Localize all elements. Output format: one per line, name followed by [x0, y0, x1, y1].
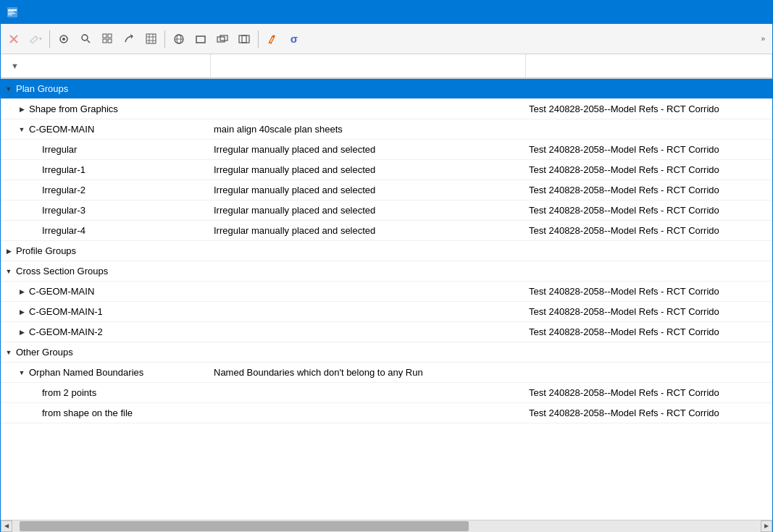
name-cell: from 2 points: [1, 387, 211, 398]
file-cell: Test 240828-2058--Model Refs - RCT Corri…: [526, 326, 772, 337]
expand-icon[interactable]: ▶: [17, 327, 27, 337]
desc-cell: Irregular manually placed and selected: [211, 205, 526, 216]
close-button[interactable]: [733, 1, 766, 24]
scroll-right-btn[interactable]: ▶: [761, 520, 772, 532]
name-cell: from shape on the file: [1, 408, 211, 418]
desc-cell: Irregular manually placed and selected: [211, 185, 526, 195]
minimize-button[interactable]: [667, 1, 700, 24]
edit-toolbar-btn[interactable]: ▾: [25, 29, 46, 49]
globe-toolbar-btn[interactable]: [169, 29, 189, 49]
tree-row[interactable]: ▼Other Groups: [1, 342, 772, 363]
sigma-toolbar-btn[interactable]: σ: [284, 29, 304, 49]
expand-icon[interactable]: ▶: [17, 104, 27, 114]
file-cell: Test 240828-2058--Model Refs - RCT Corri…: [526, 286, 772, 297]
file-cell: Test 240828-2058--Model Refs - RCT Corri…: [526, 205, 772, 216]
file-cell: Test 240828-2058--Model Refs - RCT Corri…: [526, 306, 772, 317]
collapse-icon[interactable]: ▼: [17, 124, 27, 135]
tree-row[interactable]: ▶C-GEOM-MAIN-1Test 240828-2058--Model Re…: [1, 302, 772, 322]
collapse-icon[interactable]: ▼: [4, 347, 14, 358]
tree-row[interactable]: ▶Profile Groups: [1, 241, 772, 261]
collapse-icon[interactable]: ▼: [4, 266, 14, 276]
description-column-header[interactable]: [211, 54, 526, 77]
row-name: Other Groups: [16, 347, 73, 358]
svg-rect-16: [146, 34, 156, 43]
name-cell: Irregular-2: [1, 185, 211, 195]
grid2-toolbar-btn[interactable]: [141, 29, 161, 49]
name-cell: ▶Shape from Graphics: [1, 104, 211, 114]
name-column-header[interactable]: ▼: [1, 54, 211, 77]
svg-rect-13: [108, 34, 112, 38]
tree-row[interactable]: Irregular-2Irregular manually placed and…: [1, 180, 772, 200]
filename-column-header[interactable]: [526, 54, 772, 77]
tree-row[interactable]: ▼Cross Section Groups: [1, 261, 772, 282]
name-cell: ▼Other Groups: [1, 347, 211, 358]
name-cell: Irregular-1: [1, 164, 211, 175]
toolbar: ▾: [1, 24, 772, 54]
horizontal-scrollbar[interactable]: ◀ ▶: [1, 520, 772, 531]
collapse-icon[interactable]: ▼: [17, 368, 27, 378]
expand-icon[interactable]: ▶: [17, 287, 27, 297]
search-toolbar-btn[interactable]: [75, 29, 96, 49]
svg-rect-4: [8, 14, 12, 15]
tree-row[interactable]: ▶C-GEOM-MAINTest 240828-2058--Model Refs…: [1, 282, 772, 302]
window-controls: [667, 1, 766, 24]
restore-button[interactable]: [700, 1, 733, 24]
file-cell: Test 240828-2058--Model Refs - RCT Corri…: [526, 408, 772, 418]
svg-point-9: [62, 38, 65, 41]
grid-toolbar-btn[interactable]: [97, 29, 117, 49]
svg-line-29: [269, 42, 269, 43]
svg-rect-14: [103, 39, 106, 43]
scroll-thumb[interactable]: [20, 521, 469, 531]
delete-toolbar-btn[interactable]: [4, 29, 24, 49]
tree-row[interactable]: IrregularIrregular manually placed and s…: [1, 140, 772, 160]
collapse-icon[interactable]: ▼: [4, 84, 14, 94]
rect2-toolbar-btn[interactable]: [212, 29, 233, 49]
row-name: Orphan Named Boundaries: [29, 367, 143, 378]
scroll-left-btn[interactable]: ◀: [1, 520, 12, 532]
name-cell: ▶C-GEOM-MAIN-1: [1, 306, 211, 317]
filter-icon[interactable]: ▼: [11, 62, 19, 70]
desc-cell: main align 40scale plan sheets: [211, 124, 526, 135]
row-name: Profile Groups: [16, 245, 76, 256]
name-cell: Irregular: [1, 144, 211, 155]
curve-toolbar-btn[interactable]: [119, 29, 139, 49]
expand-icon[interactable]: ▶: [4, 246, 14, 256]
title-bar: [1, 1, 772, 24]
expand-icon[interactable]: ▶: [17, 307, 27, 317]
desc-cell: Irregular manually placed and selected: [211, 164, 526, 175]
tree-row[interactable]: from shape on the fileTest 240828-2058--…: [1, 403, 772, 423]
row-name: from 2 points: [42, 387, 96, 398]
rect-toolbar-btn[interactable]: [191, 29, 211, 49]
svg-rect-24: [196, 36, 205, 43]
svg-rect-25: [217, 37, 225, 42]
tree-row[interactable]: Irregular-4Irregular manually placed and…: [1, 221, 772, 241]
tree-row[interactable]: Irregular-3Irregular manually placed and…: [1, 200, 772, 221]
name-cell: ▼C-GEOM-MAIN: [1, 124, 211, 135]
tree-row[interactable]: Irregular-1Irregular manually placed and…: [1, 160, 772, 180]
name-cell: ▶C-GEOM-MAIN-2: [1, 326, 211, 337]
svg-rect-1: [8, 9, 17, 11]
file-cell: Test 240828-2058--Model Refs - RCT Corri…: [526, 387, 772, 398]
row-name: Plan Groups: [16, 83, 68, 94]
toolbar-overflow[interactable]: »: [756, 35, 769, 43]
tree-row[interactable]: ▶C-GEOM-MAIN-2Test 240828-2058--Model Re…: [1, 322, 772, 342]
file-cell: Test 240828-2058--Model Refs - RCT Corri…: [526, 225, 772, 236]
tree-row[interactable]: ▼C-GEOM-MAINmain align 40scale plan shee…: [1, 119, 772, 140]
tree-row[interactable]: ▼Plan Groups: [1, 79, 772, 99]
row-name: Irregular: [42, 144, 77, 155]
pen-toolbar-btn[interactable]: [262, 29, 283, 49]
tree-row[interactable]: ▶Shape from GraphicsTest 240828-2058--Mo…: [1, 99, 772, 119]
file-cell: Test 240828-2058--Model Refs - RCT Corri…: [526, 104, 772, 114]
name-cell: Irregular-3: [1, 205, 211, 216]
row-name: Irregular-3: [42, 205, 85, 216]
tree-row[interactable]: ▼Orphan Named BoundariesNamed Boundaries…: [1, 363, 772, 383]
tree-view[interactable]: ▼Plan Groups▶Shape from GraphicsTest 240…: [1, 79, 772, 520]
rect3-toolbar-btn[interactable]: [234, 29, 254, 49]
name-cell: ▶C-GEOM-MAIN: [1, 286, 211, 297]
svg-rect-3: [8, 13, 15, 14]
pick-toolbar-btn[interactable]: [54, 29, 74, 49]
svg-rect-27: [239, 35, 246, 43]
tree-row[interactable]: from 2 pointsTest 240828-2058--Model Ref…: [1, 383, 772, 403]
desc-cell: Named Boundaries which don't belong to a…: [211, 367, 526, 378]
scroll-track[interactable]: [12, 520, 761, 532]
